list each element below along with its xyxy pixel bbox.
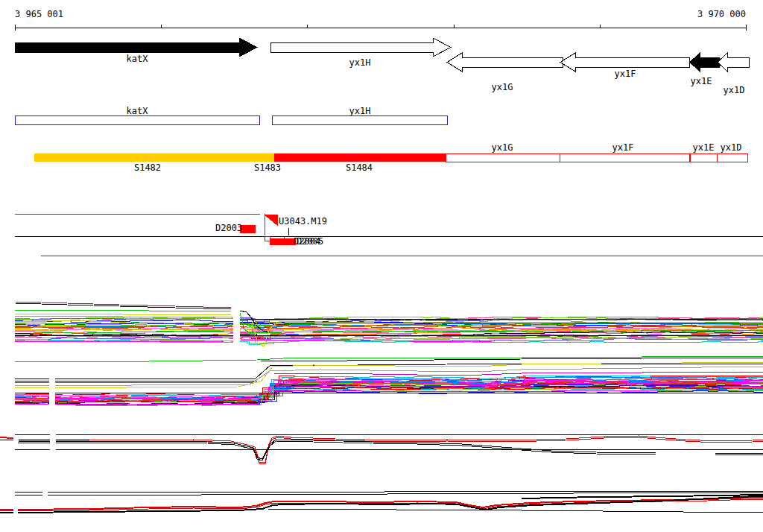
gene-label-yx1G: yx1G: [492, 83, 513, 92]
panel-gap: [42, 487, 48, 499]
segment-label-S1484: S1484: [346, 163, 373, 172]
gene-arrow-yx1D[interactable]: [718, 53, 749, 72]
segment-label-yx1D: yx1D: [721, 143, 742, 152]
profile-series: [15, 310, 231, 311]
gene-arrow-yx1H[interactable]: [270, 38, 451, 57]
profile-series: [15, 302, 231, 308]
gene-label-katX: katX: [127, 54, 148, 63]
segment-label-S1482: S1482: [134, 163, 161, 172]
segment-label-yx1F: yx1F: [612, 143, 634, 152]
gene-arrow-yx1E[interactable]: [690, 53, 719, 72]
panel-gap: [14, 435, 19, 443]
probe-flag[interactable]: [265, 215, 277, 225]
clone-rect-yx1H[interactable]: [272, 115, 447, 124]
genome-browser-canvas: [0, 0, 763, 532]
profile-series: [18, 496, 763, 513]
probe-label-U3043-M19: U3043.M19: [279, 217, 327, 226]
segment-outline-yx1D[interactable]: [717, 153, 747, 162]
gene-arrow-yx1G[interactable]: [447, 53, 563, 72]
segment-S1484[interactable]: [274, 153, 446, 162]
clone-label-yx1H: yx1H: [349, 107, 371, 115]
clone-label-katX: katX: [127, 107, 148, 115]
genome-browser-view: 3 965 001 3 970 000 katXyx1Hyx1Gyx1Fyx1E…: [0, 0, 763, 532]
profile-series: [15, 314, 231, 315]
profile-series: [15, 493, 763, 495]
ruler-start-coordinate: 3 965 001: [15, 10, 63, 19]
profile-series: [0, 437, 13, 438]
panel-gap: [49, 374, 55, 407]
probe-D2004[interactable]: [265, 236, 270, 241]
profile-series: [15, 341, 224, 342]
profile-series: [0, 440, 13, 440]
panel-gap: [233, 297, 240, 343]
segment-outline-yx1F[interactable]: [560, 153, 689, 162]
probe-D2005[interactable]: [270, 238, 296, 245]
gene-label-yx1F: yx1F: [615, 69, 636, 78]
segment-S1482[interactable]: [34, 153, 274, 162]
gene-label-yx1H: yx1H: [349, 58, 371, 67]
panel-gap: [13, 504, 18, 516]
probe-label-D2005: D2005: [297, 237, 323, 246]
ruler-end-coordinate: 3 970 000: [697, 10, 746, 19]
probe-label-D2003: D2003: [215, 224, 242, 232]
profile-series: [15, 491, 763, 493]
gene-label-yx1E: yx1E: [691, 77, 712, 86]
profile-series: [268, 509, 763, 513]
panel-gap: [50, 432, 56, 452]
profile-series: [274, 372, 763, 376]
segment-outline-yx1E[interactable]: [690, 153, 717, 162]
segment-label-yx1E: yx1E: [693, 143, 715, 152]
probe-D2003[interactable]: [240, 225, 256, 233]
clone-rect-katX[interactable]: [15, 115, 259, 124]
profile-series: [15, 303, 231, 309]
segment-label-yx1G: yx1G: [492, 143, 513, 152]
profile-series: [15, 356, 763, 362]
profile-series: [18, 441, 763, 460]
segment-label-S1483: S1483: [254, 163, 281, 172]
gene-label-yx1D: yx1D: [724, 86, 745, 95]
segment-outline-yx1G[interactable]: [446, 153, 560, 162]
